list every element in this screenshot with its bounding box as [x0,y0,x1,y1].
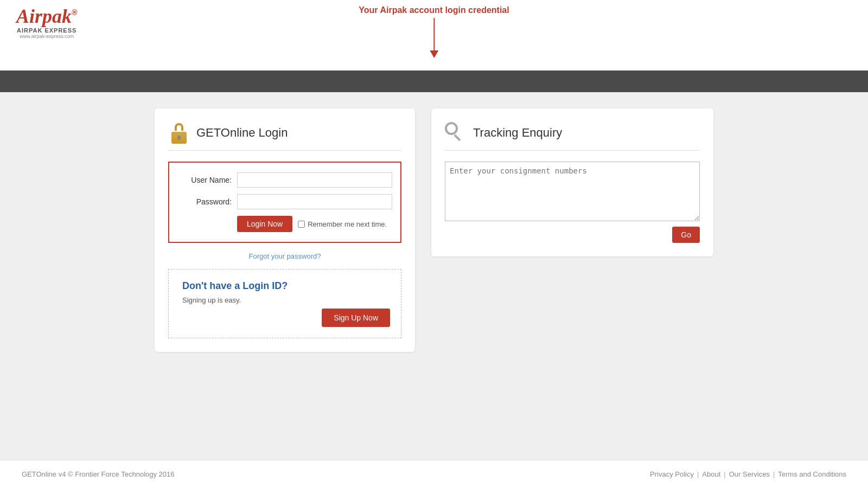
forgot-password-link[interactable]: Forgot your password? [249,252,321,260]
footer-sep-2: | [724,470,725,478]
footer-about-link[interactable]: About [702,470,720,478]
tracking-form: Go [445,162,700,243]
username-input[interactable] [237,172,392,188]
header: Airpak® AIRPAK EXPRESS www.airpak-expres… [0,0,868,70]
tracking-card-title: Tracking Enquiry [445,122,700,151]
arrow-line [433,18,435,50]
password-input[interactable] [237,194,392,209]
signup-btn-row: Sign Up Now [182,309,390,327]
remember-label[interactable]: Remember me next time. [298,220,387,228]
footer-terms-link[interactable]: Terms and Conditions [778,470,846,478]
tracking-actions: Go [445,227,700,243]
login-button[interactable]: Login Now [237,216,292,232]
footer: GETOnline v4 © Frontier Force Technology… [0,460,868,488]
footer-sep-3: | [773,470,775,478]
form-actions: Login Now Remember me next time. [177,216,392,232]
signup-box: Don't have a Login ID? Signing up is eas… [168,269,401,338]
login-card: GETOnline Login User Name: Password: Log… [155,108,415,352]
footer-links: Privacy Policy | About | Our Services | … [650,470,846,478]
navbar [0,70,868,92]
tracking-card: Tracking Enquiry Go [431,108,713,256]
logo-brand: Airpak® [16,5,77,26]
footer-privacy-link[interactable]: Privacy Policy [650,470,694,478]
footer-services-link[interactable]: Our Services [729,470,770,478]
footer-sep-1: | [697,470,699,478]
annotation-text: Your Airpak account login credential [359,5,509,15]
annotation: Your Airpak account login credential [359,5,509,58]
lock-shackle [175,123,183,131]
username-label: User Name: [177,176,237,184]
arrow-head [430,50,438,58]
annotation-arrow [430,18,438,58]
password-label: Password: [177,197,237,206]
logo-url: www.airpak-express.com [20,34,74,39]
remember-checkbox[interactable] [298,221,305,228]
forgot-link-area: Forgot your password? [168,251,401,261]
logo-subtitle: AIRPAK EXPRESS [17,27,76,34]
search-handle [454,134,461,142]
username-row: User Name: [177,172,392,188]
password-row: Password: [177,194,392,209]
login-card-title: GETOnline Login [168,122,401,151]
search-icon [445,122,467,144]
lock-body [171,132,187,144]
go-button[interactable]: Go [672,227,700,243]
tracking-title: Tracking Enquiry [473,126,562,140]
lock-keyhole [177,136,181,140]
lock-icon [168,122,190,144]
signup-subtitle: Signing up is easy. [182,296,390,304]
remember-text: Remember me next time. [308,220,387,228]
login-title: GETOnline Login [196,126,288,140]
signup-button[interactable]: Sign Up Now [322,309,390,327]
signup-title: Don't have a Login ID? [182,280,390,292]
search-circle [445,122,458,135]
main-content: GETOnline Login User Name: Password: Log… [0,92,868,460]
login-form-box: User Name: Password: Login Now Remember … [168,162,401,243]
footer-copyright: GETOnline v4 © Frontier Force Technology… [22,470,175,478]
logo: Airpak® AIRPAK EXPRESS www.airpak-expres… [16,5,77,39]
consignment-textarea[interactable] [445,162,700,221]
